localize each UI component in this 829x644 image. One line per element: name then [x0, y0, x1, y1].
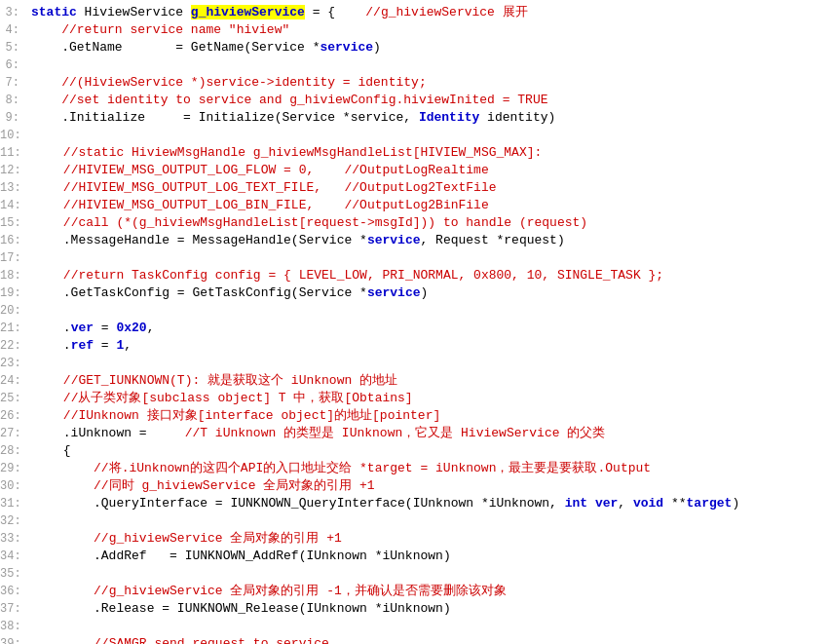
- table-row: 25: //从子类对象[subclass object] T 中，获取[Obta…: [0, 390, 829, 407]
- line-content: //HIVIEW_MSG_OUTPUT_LOG_FLOW = 0, //Outp…: [29, 162, 829, 179]
- table-row: 5: .GetName = GetName(Service *service): [0, 39, 829, 57]
- line-number: 21:: [0, 320, 29, 337]
- table-row: 29: //将.iUnknown的这四个API的入口地址交给 *target =…: [0, 460, 829, 477]
- table-row: 15: //call (*(g_hiviewMsgHandleList[requ…: [0, 214, 829, 232]
- table-row: 22: .ref = 1,: [0, 337, 829, 355]
- line-number: 10:: [0, 127, 29, 144]
- table-row: 7: //(HiviewService *)service->identity …: [0, 74, 829, 92]
- line-number: 32:: [0, 512, 29, 530]
- table-row: 37: .Release = IUNKNOWN_Release(IUnknown…: [0, 600, 829, 618]
- table-row: 39: //SAMGR send request to service: [0, 635, 829, 644]
- line-content: //IUnknown 接口对象[interface object]的地址[poi…: [29, 407, 829, 425]
- line-content: //(HiviewService *)service->identity = i…: [27, 74, 829, 92]
- line-content: //g_hiviewService 全局对象的引用 +1: [29, 530, 829, 548]
- line-number: 4:: [0, 21, 27, 39]
- line-content: //SAMGR send request to service: [29, 635, 829, 644]
- line-number: 26:: [0, 407, 29, 425]
- line-number: 37:: [0, 600, 29, 618]
- line-number: 34:: [0, 548, 29, 565]
- line-content: //从子类对象[subclass object] T 中，获取[Obtains]: [29, 390, 829, 407]
- line-number: 27:: [0, 425, 29, 442]
- table-row: 18: //return TaskConfig config = { LEVEL…: [0, 267, 829, 284]
- line-number: 16:: [0, 232, 29, 249]
- table-row: 26: //IUnknown 接口对象[interface object]的地址…: [0, 407, 829, 425]
- line-content: static HiviewService g_hiviewService = {…: [27, 4, 829, 21]
- line-number: 7:: [0, 74, 27, 92]
- line-content: {: [29, 442, 829, 460]
- line-number: 14:: [0, 197, 29, 214]
- line-number: 31:: [0, 495, 29, 512]
- table-row: 4: //return service name "hiview": [0, 21, 829, 39]
- line-number: 29:: [0, 460, 29, 477]
- line-content: .GetTaskConfig = GetTaskConfig(Service *…: [29, 284, 829, 302]
- table-row: 38:: [0, 618, 829, 635]
- line-content: .MessageHandle = MessageHandle(Service *…: [29, 232, 829, 249]
- line-content: //HIVIEW_MSG_OUTPUT_LOG_BIN_FILE, //Outp…: [29, 197, 829, 214]
- table-row: 24: //GET_IUNKNOWN(T): 就是获取这个 iUnknown 的…: [0, 372, 829, 390]
- line-content: //return service name "hiview": [27, 21, 829, 39]
- line-number: 6:: [0, 57, 27, 74]
- table-row: 32:: [0, 512, 829, 530]
- table-row: 16: .MessageHandle = MessageHandle(Servi…: [0, 232, 829, 249]
- table-row: 27: .iUnknown = //T iUnknown 的类型是 IUnkno…: [0, 425, 829, 442]
- line-content: .QueryInterface = IUNKNOWN_QueryInterfac…: [29, 495, 829, 512]
- line-number: 25:: [0, 390, 29, 407]
- line-number: 8:: [0, 92, 27, 109]
- line-content: //static HiviewMsgHandle g_hiviewMsgHand…: [29, 144, 829, 162]
- line-content: //HIVIEW_MSG_OUTPUT_LOG_TEXT_FILE, //Out…: [29, 179, 829, 197]
- line-content: //call (*(g_hiviewMsgHandleList[request-…: [29, 214, 829, 232]
- table-row: 20:: [0, 302, 829, 320]
- line-number: 28:: [0, 442, 29, 460]
- line-content: //g_hiviewService 全局对象的引用 -1，并确认是否需要删除该对…: [29, 583, 829, 600]
- line-number: 17:: [0, 249, 29, 267]
- table-row: 19: .GetTaskConfig = GetTaskConfig(Servi…: [0, 284, 829, 302]
- table-row: 34: .AddRef = IUNKNOWN_AddRef(IUnknown *…: [0, 548, 829, 565]
- table-row: 23:: [0, 355, 829, 372]
- line-number: 3:: [0, 4, 27, 21]
- line-content: //同时 g_hiviewService 全局对象的引用 +1: [29, 477, 829, 495]
- table-row: 3:static HiviewService g_hiviewService =…: [0, 4, 829, 21]
- line-number: 20:: [0, 302, 29, 320]
- line-number: 13:: [0, 179, 29, 197]
- line-number: 39:: [0, 635, 29, 644]
- table-row: 17:: [0, 249, 829, 267]
- table-row: 31: .QueryInterface = IUNKNOWN_QueryInte…: [0, 495, 829, 512]
- code-container: 3:static HiviewService g_hiviewService =…: [0, 0, 829, 644]
- line-content: //GET_IUNKNOWN(T): 就是获取这个 iUnknown 的地址: [29, 372, 829, 390]
- table-row: 8: //set identity to service and g_hivie…: [0, 92, 829, 109]
- line-number: 23:: [0, 355, 29, 372]
- table-row: 13: //HIVIEW_MSG_OUTPUT_LOG_TEXT_FILE, /…: [0, 179, 829, 197]
- table-row: 14: //HIVIEW_MSG_OUTPUT_LOG_BIN_FILE, //…: [0, 197, 829, 214]
- line-number: 24:: [0, 372, 29, 390]
- line-number: 36:: [0, 583, 29, 600]
- line-content: .iUnknown = //T iUnknown 的类型是 IUnknown，它…: [29, 425, 829, 442]
- line-number: 9:: [0, 109, 27, 127]
- table-row: 11: //static HiviewMsgHandle g_hiviewMsg…: [0, 144, 829, 162]
- line-number: 12:: [0, 162, 29, 179]
- line-content: //将.iUnknown的这四个API的入口地址交给 *target = iUn…: [29, 460, 829, 477]
- line-content: .Release = IUNKNOWN_Release(IUnknown *iU…: [29, 600, 829, 618]
- line-number: 22:: [0, 337, 29, 355]
- line-content: .ver = 0x20,: [29, 320, 829, 337]
- table-row: 9: .Initialize = Initialize(Service *ser…: [0, 109, 829, 127]
- table-row: 21: .ver = 0x20,: [0, 320, 829, 337]
- table-row: 6:: [0, 57, 829, 74]
- table-row: 35:: [0, 565, 829, 583]
- line-number: 11:: [0, 144, 29, 162]
- line-number: 5:: [0, 39, 27, 57]
- line-content: .AddRef = IUNKNOWN_AddRef(IUnknown *iUnk…: [29, 548, 829, 565]
- table-row: 12: //HIVIEW_MSG_OUTPUT_LOG_FLOW = 0, //…: [0, 162, 829, 179]
- line-content: //set identity to service and g_hiviewCo…: [27, 92, 829, 109]
- line-number: 38:: [0, 618, 29, 635]
- line-number: 33:: [0, 530, 29, 548]
- line-content: .GetName = GetName(Service *service): [27, 39, 829, 57]
- line-content: .Initialize = Initialize(Service *servic…: [27, 109, 829, 127]
- line-number: 30:: [0, 477, 29, 495]
- table-row: 33: //g_hiviewService 全局对象的引用 +1: [0, 530, 829, 548]
- line-content: //return TaskConfig config = { LEVEL_LOW…: [29, 267, 829, 284]
- table-row: 10:: [0, 127, 829, 144]
- line-number: 18:: [0, 267, 29, 284]
- table-row: 28: {: [0, 442, 829, 460]
- table-row: 30: //同时 g_hiviewService 全局对象的引用 +1: [0, 477, 829, 495]
- line-number: 35:: [0, 565, 29, 583]
